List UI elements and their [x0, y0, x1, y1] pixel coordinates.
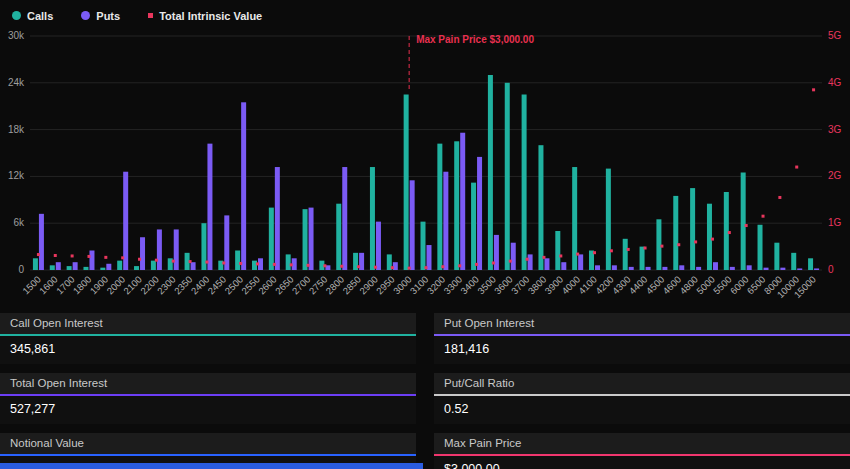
put-bar: [646, 267, 651, 270]
intrinsic-dot: [256, 262, 259, 265]
intrinsic-dot: [762, 215, 765, 218]
intrinsic-dot: [391, 266, 394, 269]
intrinsic-dot: [812, 88, 815, 91]
call-bar: [404, 95, 409, 271]
call-bar: [505, 83, 510, 270]
stats-panel: Call Open Interest 345,861 Put Open Inte…: [0, 313, 850, 469]
put-bar: [780, 268, 785, 270]
legend-calls-label: Calls: [27, 10, 53, 22]
intrinsic-dot: [627, 248, 630, 251]
y-axis-tick-right: 0: [828, 264, 834, 275]
put-bar: [443, 172, 448, 270]
put-bar: [89, 251, 94, 271]
intrinsic-dot: [711, 238, 714, 241]
put-bar: [662, 267, 667, 270]
intrinsic-dot: [660, 245, 663, 248]
intrinsic-dot: [795, 166, 798, 169]
intrinsic-dot: [644, 247, 647, 250]
put-bar: [56, 262, 61, 270]
intrinsic-dot: [54, 254, 57, 257]
bottom-accent-bar: [0, 463, 423, 469]
put-bar: [713, 262, 718, 270]
stat-label: Max Pain Price: [434, 433, 850, 456]
legend-puts-label: Puts: [96, 10, 120, 22]
put-bar: [342, 167, 347, 270]
call-bar: [774, 243, 779, 270]
legend-item-intrinsic[interactable]: Total Intrinsic Value: [148, 10, 262, 22]
call-bar: [151, 261, 156, 270]
call-bar: [791, 253, 796, 270]
put-bar: [477, 157, 482, 270]
call-bar: [758, 225, 763, 270]
stat-label: Put Open Interest: [434, 313, 850, 336]
intrinsic-dot: [475, 263, 478, 266]
intrinsic-dot: [425, 266, 428, 269]
puts-swatch-icon: [81, 11, 90, 20]
call-bar: [336, 204, 341, 270]
call-bar: [808, 258, 813, 270]
put-bar: [39, 214, 44, 270]
stat-value: $3,000.00: [434, 456, 850, 469]
put-bar: [764, 268, 769, 270]
stat-value: 345,861: [0, 336, 416, 364]
put-bar: [140, 237, 145, 270]
y-axis-tick-left: 6k: [13, 217, 25, 228]
intrinsic-dot: [694, 240, 697, 243]
intrinsic-dot: [222, 261, 225, 264]
stat-total-open-interest: Total Open Interest 527,277: [0, 373, 416, 424]
call-bar: [134, 266, 139, 270]
intrinsic-dot: [408, 267, 411, 270]
y-axis-tick-left: 12k: [8, 170, 25, 181]
open-interest-chart[interactable]: 006k1G12k2G18k3G24k4G30k5G15001600170018…: [0, 26, 850, 309]
y-axis-tick-left: 24k: [8, 77, 25, 88]
stat-put-call-ratio: Put/Call Ratio 0.52: [434, 373, 850, 424]
call-bar: [33, 258, 38, 270]
legend-item-puts[interactable]: Puts: [81, 10, 120, 22]
y-axis-tick-right: 5G: [828, 30, 842, 41]
y-axis-tick-right: 3G: [828, 124, 842, 135]
stat-call-open-interest: Call Open Interest 345,861: [0, 313, 416, 364]
put-bar: [747, 265, 752, 270]
call-bar: [741, 173, 746, 271]
intrinsic-dot: [542, 256, 545, 259]
put-bar: [275, 167, 280, 270]
call-bar: [100, 268, 105, 270]
intrinsic-dot: [458, 264, 461, 267]
put-bar: [73, 262, 78, 270]
y-axis-tick-right: 4G: [828, 77, 842, 88]
intrinsic-dot: [340, 265, 343, 268]
intrinsic-dot: [307, 264, 310, 267]
put-bar: [241, 102, 246, 270]
intrinsic-dot: [593, 251, 596, 254]
put-bar: [309, 208, 314, 270]
intrinsic-dot: [121, 256, 124, 259]
intrinsic-dot: [778, 196, 781, 199]
y-axis-tick-left: 0: [18, 264, 24, 275]
put-bar: [123, 172, 128, 270]
intrinsic-dot: [239, 262, 242, 265]
call-bar: [370, 167, 375, 270]
put-bar: [106, 264, 111, 270]
intrinsic-dot: [559, 254, 562, 257]
put-bar: [679, 265, 684, 270]
call-bar: [690, 188, 695, 270]
intrinsic-dot: [357, 265, 360, 268]
stat-label: Notional Value: [0, 433, 416, 456]
calls-swatch-icon: [12, 11, 21, 20]
stat-label: Put/Call Ratio: [434, 373, 850, 396]
put-bar: [410, 180, 415, 270]
call-bar: [50, 265, 55, 270]
put-bar: [207, 144, 212, 270]
put-bar: [511, 243, 516, 270]
legend-item-calls[interactable]: Calls: [12, 10, 53, 22]
call-bar: [269, 208, 274, 270]
intrinsic-dot: [189, 260, 192, 263]
intrinsic-swatch-icon: [148, 13, 153, 18]
intrinsic-dot: [323, 264, 326, 267]
call-bar: [522, 95, 527, 271]
put-bar: [595, 265, 600, 270]
intrinsic-dot: [745, 224, 748, 227]
intrinsic-dot: [290, 263, 293, 266]
intrinsic-dot: [509, 260, 512, 263]
intrinsic-dot: [728, 231, 731, 234]
